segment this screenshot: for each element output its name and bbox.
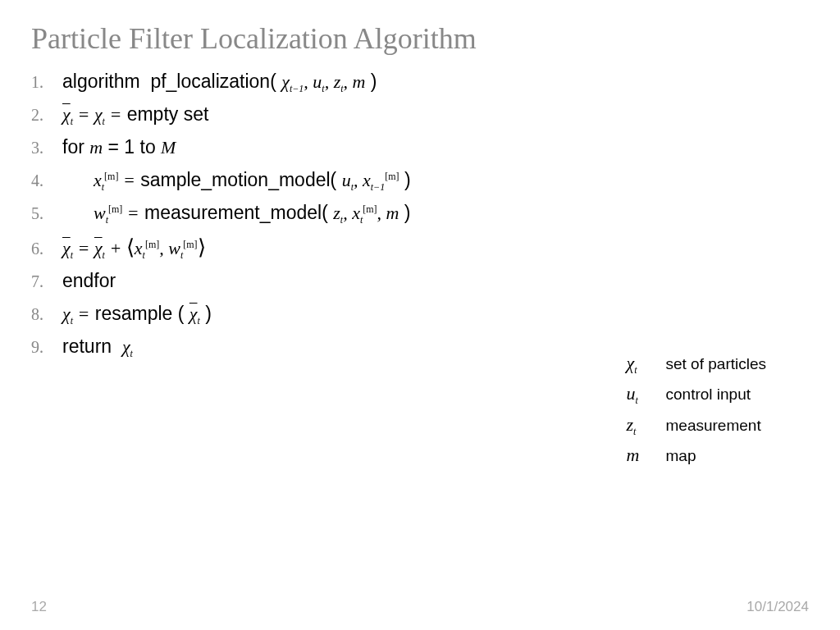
algo-line-1: 1. algorithm pf_localization( χt−1, ut, …	[31, 71, 809, 97]
algo-line-7: 7. endfor	[31, 270, 809, 296]
legend-row: χt set of particles	[627, 353, 767, 377]
algo-line-2: 2. χt = χt = empty set	[31, 103, 809, 130]
algo-line-6: 6. χt = χt + ⟨xt[m], wt[m]⟩	[31, 235, 809, 262]
algo-line-8: 8. χt = resample ( χt )	[31, 303, 809, 329]
legend-row: m map	[627, 445, 767, 466]
slide-date: 10/1/2024	[746, 599, 809, 615]
line-number: 6.	[31, 240, 62, 258]
line-number: 2.	[31, 106, 62, 125]
algo-line-3: 3. for m = 1 to M	[31, 136, 809, 162]
algo-line-4: 4. xt[m] = sample_motion_model( ut, xt−1…	[31, 169, 809, 195]
legend-row: ut control input	[627, 383, 767, 407]
line-number: 9.	[31, 338, 62, 357]
page-title: Particle Filter Localization Algorithm	[31, 21, 809, 56]
line-number: 5.	[31, 204, 62, 223]
legend-row: zt measurement	[627, 414, 767, 438]
algorithm-listing: 1. algorithm pf_localization( χt−1, ut, …	[31, 71, 809, 362]
slide-footer: 12 10/1/2024	[31, 599, 809, 615]
line-number: 3.	[31, 139, 62, 158]
page-number: 12	[31, 599, 47, 615]
line-number: 8.	[31, 305, 62, 324]
line-number: 1.	[31, 73, 62, 92]
line-number: 4.	[31, 171, 62, 190]
algo-line-5: 5. wt[m] = measurement_model( zt, xt[m],…	[31, 202, 809, 228]
symbol-legend: χt set of particles ut control input zt …	[627, 353, 767, 472]
line-number: 7.	[31, 272, 62, 291]
